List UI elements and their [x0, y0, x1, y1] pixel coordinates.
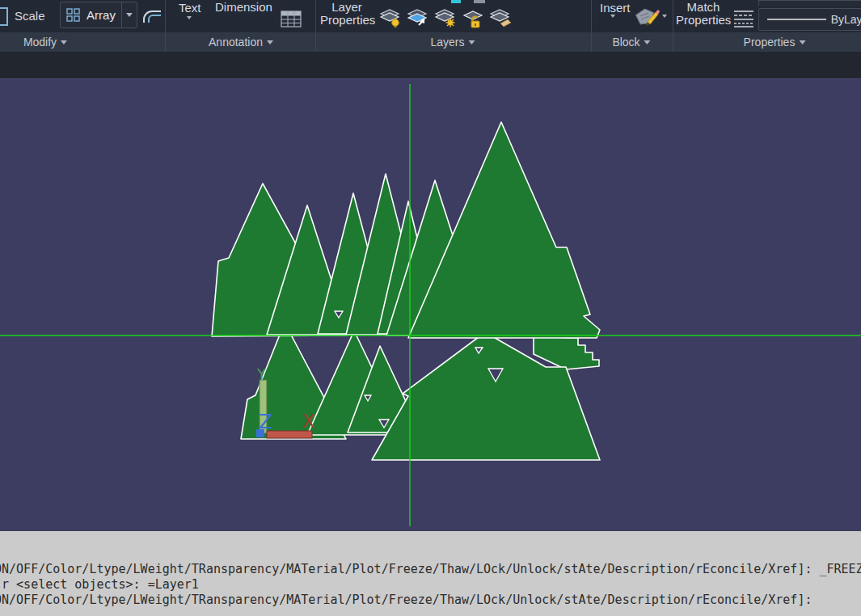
text-button[interactable]: Text: [179, 1, 201, 15]
layer-match-icon[interactable]: [488, 7, 513, 28]
lineweight-value: ByLayer: [831, 13, 861, 26]
command-line-panel[interactable]: ON/OFF/Color/Ltype/LWeight/TRansparency/…: [0, 531, 861, 616]
array-label: Array: [81, 8, 121, 22]
clipped-icon: [474, 0, 485, 3]
pine-tree-polygon: [534, 336, 599, 369]
lineweight-combo[interactable]: ByLayer: [758, 8, 861, 31]
panel-separator: [315, 0, 316, 52]
autocad-window: Scale Array Text Dimension: [0, 0, 861, 616]
scale-button[interactable]: Scale: [15, 9, 45, 23]
chevron-down-icon: [126, 13, 133, 17]
ucs-z-label: Z: [259, 410, 272, 433]
drawing-canvas[interactable]: YXZ: [0, 78, 861, 532]
panel-title-modify[interactable]: Modify: [23, 36, 67, 49]
command-history-line: ON/OFF/Color/Ltype/LWeight/TRansparency/…: [0, 562, 855, 577]
lineweight-preview: [767, 16, 826, 23]
panel-title-layers[interactable]: Layers: [430, 36, 475, 49]
model-space: YXZ: [0, 79, 861, 532]
text-dropdown-icon[interactable]: [187, 16, 192, 19]
layer-freeze-thaw-icon[interactable]: [433, 7, 458, 28]
block-edit-icon[interactable]: [633, 4, 661, 28]
array-icon: [66, 8, 81, 23]
panel-title-block[interactable]: Block: [612, 36, 650, 49]
chevron-down-icon: [799, 40, 805, 44]
ucs-x-label: X: [302, 411, 315, 432]
command-history-line: r <select objects>: =Layer1: [0, 577, 855, 593]
chevron-down-icon: [644, 40, 651, 44]
panel-separator: [591, 0, 592, 52]
ribbon: Scale Array Text Dimension: [0, 0, 861, 52]
chevron-down-icon: [267, 40, 273, 44]
chevron-down-icon: [469, 40, 475, 44]
scale-icon[interactable]: [0, 7, 8, 26]
layer-onoff-icon[interactable]: [378, 7, 403, 28]
layer-make-current-icon[interactable]: [406, 7, 430, 28]
ucs-y-label: Y: [256, 365, 267, 382]
clipped-combo: [758, 0, 861, 6]
clipped-icon: [451, 0, 461, 3]
chevron-down-icon: [61, 40, 67, 44]
table-icon[interactable]: [281, 11, 302, 27]
panel-separator: [673, 0, 673, 52]
command-prompt-line: ON/OFF/Color/Ltype/LWeight/TRansparency/…: [0, 593, 855, 608]
match-properties-icon: [732, 9, 755, 28]
panel-title-properties[interactable]: Properties: [744, 36, 806, 49]
insert-button[interactable]: Insert: [600, 1, 631, 15]
ucs-x-axis-bar: [267, 431, 312, 438]
panel-title-annotation[interactable]: Annotation: [209, 36, 273, 49]
layer-properties-button[interactable]: Layer Properties: [320, 2, 374, 25]
match-properties-button[interactable]: Match Properties: [676, 2, 731, 25]
block-edit-dropdown-icon[interactable]: [662, 15, 667, 18]
ribbon-lower-strip: [0, 52, 861, 78]
fillet-icon[interactable]: [141, 5, 162, 26]
insert-dropdown-icon[interactable]: [610, 15, 615, 18]
layer-unlock-icon[interactable]: [461, 7, 485, 28]
array-button[interactable]: Array: [60, 2, 137, 28]
dimension-button[interactable]: Dimension: [215, 0, 272, 14]
panel-separator: [165, 0, 166, 52]
array-dropdown-button[interactable]: [121, 2, 137, 27]
